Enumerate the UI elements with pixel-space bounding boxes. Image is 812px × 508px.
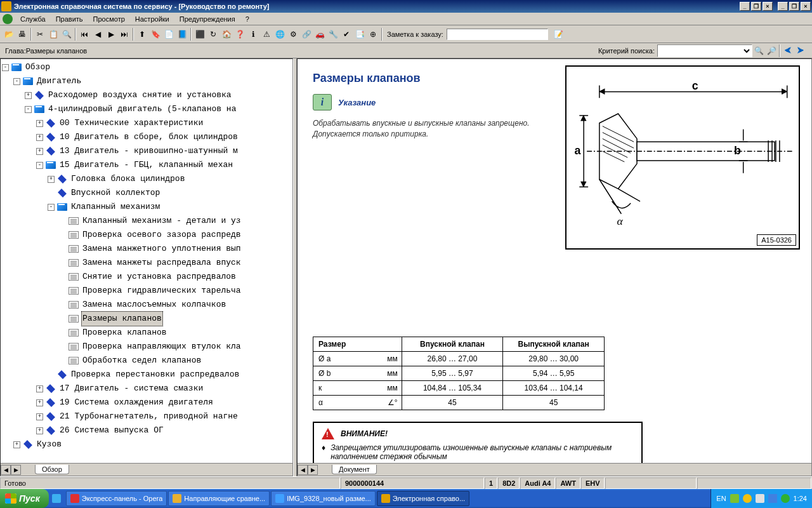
- close-button[interactable]: ×: [801, 2, 811, 11]
- tb-find[interactable]: 🔍: [60, 28, 73, 41]
- tb-bookmark[interactable]: 🔖: [149, 28, 162, 41]
- tb-stop[interactable]: ⬛: [193, 28, 206, 41]
- nav-fwd-button[interactable]: ⮞: [794, 44, 807, 57]
- expander[interactable]: +: [36, 120, 43, 127]
- expander[interactable]: -: [48, 204, 55, 211]
- tree-node[interactable]: -Обзор: [2, 60, 291, 74]
- expander[interactable]: +: [25, 92, 32, 99]
- expander[interactable]: -: [25, 106, 32, 113]
- tree-node[interactable]: Проверка клапанов: [2, 326, 291, 340]
- tree-node[interactable]: +Головка блока цилиндров: [2, 172, 291, 186]
- tb-prev[interactable]: ◀: [91, 28, 104, 41]
- tb-link[interactable]: 🔗: [300, 28, 313, 41]
- tb-copy[interactable]: 📋: [47, 28, 60, 41]
- tb-globe[interactable]: 🌐: [273, 28, 286, 41]
- tb-open[interactable]: 📂: [3, 28, 15, 41]
- expander[interactable]: +: [13, 441, 20, 448]
- tree-node[interactable]: Замена манжеты распредвала впуск: [2, 256, 291, 270]
- tb-home[interactable]: 🏠: [220, 28, 233, 41]
- tree-node[interactable]: Размеры клапанов: [2, 312, 291, 326]
- expander[interactable]: +: [36, 148, 43, 155]
- tree-node[interactable]: +Кузов: [2, 438, 291, 451]
- tray-icon-2[interactable]: [743, 494, 752, 503]
- tree-node[interactable]: +Расходомер воздуха снятие и установка: [2, 88, 291, 102]
- restore-button[interactable]: ❐: [789, 2, 799, 11]
- tb-refresh[interactable]: ↻: [207, 28, 219, 41]
- mdi-restore-button[interactable]: ❐: [751, 2, 761, 11]
- quick-ie[interactable]: [49, 491, 65, 506]
- tree-node[interactable]: -4-цилиндровый двигатель (5-клапанов на: [2, 102, 291, 116]
- tb-info[interactable]: ℹ: [247, 28, 259, 41]
- mdi-close-button[interactable]: ×: [763, 2, 773, 11]
- tb-up[interactable]: ⬆: [136, 28, 148, 41]
- tree-scroll-left[interactable]: ◀: [1, 465, 11, 475]
- expander[interactable]: +: [36, 399, 43, 406]
- tray-icon-1[interactable]: [730, 494, 739, 503]
- tray-icon-4[interactable]: [768, 494, 777, 503]
- tree-node[interactable]: Проверка направляющих втулок кла: [2, 340, 291, 354]
- tree-node[interactable]: Впускной коллектор: [2, 186, 291, 200]
- tree-node[interactable]: +19 Система охлаждения двигателя: [2, 396, 291, 410]
- tb-car[interactable]: 🚗: [313, 28, 326, 41]
- tray-icon-5[interactable]: [781, 494, 790, 503]
- tree-node[interactable]: Снятие и установка распредвалов: [2, 270, 291, 284]
- tree-node[interactable]: +10 Двигатель в сборе, блок цилиндров: [2, 130, 291, 144]
- tb-list[interactable]: 📑: [353, 28, 366, 41]
- tb-last[interactable]: ⏭: [118, 28, 131, 41]
- tb-book[interactable]: 📘: [176, 28, 188, 41]
- expander[interactable]: -: [13, 78, 20, 85]
- expander[interactable]: +: [36, 134, 43, 141]
- tree-tab-overview[interactable]: Обзор: [35, 465, 69, 474]
- expander[interactable]: +: [48, 176, 55, 183]
- expander[interactable]: +: [36, 385, 43, 392]
- start-button[interactable]: Пуск: [0, 489, 49, 508]
- expander[interactable]: +: [36, 413, 43, 420]
- nav-tree[interactable]: -Обзор-Двигатель+Расходомер воздуха снят…: [1, 59, 292, 463]
- tree-node[interactable]: Замена манжетного уплотнения вып: [2, 242, 291, 256]
- tb-tool[interactable]: 🔧: [327, 28, 339, 41]
- tree-node[interactable]: +00 Технические характеристики: [2, 116, 291, 130]
- nav-back-button[interactable]: ⮜: [782, 44, 794, 57]
- tray-lang[interactable]: EN: [716, 495, 726, 502]
- menu-help[interactable]: ?: [240, 14, 254, 24]
- tb-check[interactable]: ✔: [340, 28, 353, 41]
- tree-node[interactable]: +26 Система выпуска ОГ: [2, 424, 291, 438]
- tb-help[interactable]: ❓: [233, 28, 246, 41]
- expander[interactable]: -: [2, 64, 9, 71]
- task-folder[interactable]: Направляющие сравне...: [168, 491, 270, 506]
- search-next-button[interactable]: 🔎: [765, 44, 778, 57]
- tb-first[interactable]: ⏮: [78, 28, 91, 41]
- menu-edit[interactable]: Править: [51, 14, 88, 24]
- mdi-minimize-button[interactable]: _: [740, 2, 750, 11]
- expander[interactable]: +: [36, 427, 43, 434]
- tb-next[interactable]: ▶: [105, 28, 117, 41]
- doc-scroll-right[interactable]: ▶: [308, 465, 318, 475]
- tree-node[interactable]: -15 Двигатель - ГБЦ, клапанный механ: [2, 158, 291, 172]
- tree-node[interactable]: +17 Двигатель - система смазки: [2, 382, 291, 396]
- tb-print[interactable]: 🖶: [16, 28, 29, 41]
- tree-node[interactable]: Замена маслосъемных колпачков: [2, 298, 291, 312]
- menu-settings[interactable]: Настройки: [130, 14, 174, 24]
- doc-tab[interactable]: Документ: [332, 465, 377, 474]
- doc-scroll-left[interactable]: ◀: [298, 465, 308, 475]
- tree-node[interactable]: Обработка седел клапанов: [2, 354, 291, 368]
- menu-view[interactable]: Просмотр: [88, 14, 130, 24]
- tree-node[interactable]: Проверка гидравлических тарельча: [2, 284, 291, 298]
- tb-net[interactable]: ⊕: [367, 28, 379, 41]
- expander[interactable]: -: [36, 162, 43, 169]
- tb-doc[interactable]: 📄: [162, 28, 175, 41]
- system-tray[interactable]: EN 1:24: [710, 489, 812, 508]
- tb-gear[interactable]: ⚙: [287, 28, 299, 41]
- tb-note-save[interactable]: 📝: [553, 28, 565, 41]
- menu-service[interactable]: Служба: [15, 14, 51, 24]
- tree-node[interactable]: -Двигатель: [2, 74, 291, 88]
- task-opera[interactable]: Экспресс-панель - Opera: [66, 491, 167, 506]
- tray-icon-3[interactable]: [756, 494, 764, 503]
- tree-node[interactable]: -Клапанный механизм: [2, 200, 291, 214]
- tree-node[interactable]: Клапанный механизм - детали и уз: [2, 214, 291, 228]
- task-image[interactable]: IMG_9328_новый разме...: [271, 491, 376, 506]
- minimize-button[interactable]: _: [778, 2, 788, 11]
- tb-warn[interactable]: ⚠: [260, 28, 273, 41]
- tree-scroll-right[interactable]: ▶: [11, 465, 21, 475]
- tree-node[interactable]: +13 Двигатель - кривошипно-шатунный м: [2, 144, 291, 158]
